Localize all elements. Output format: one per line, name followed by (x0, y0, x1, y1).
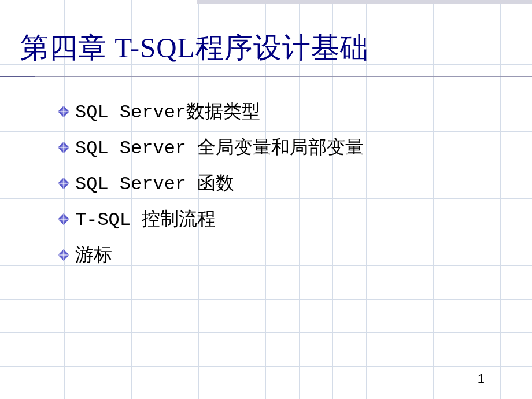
bullet-text: T-SQL 控制流程 (75, 206, 216, 232)
bullet-text: SQL Server数据类型 (75, 99, 260, 124)
diamond-bullet-icon (58, 142, 69, 153)
bullet-text: SQL Server 全局变量和局部变量 (75, 135, 364, 160)
page-number: 1 (478, 371, 485, 386)
bullet-text: 游标 (75, 242, 112, 268)
title-container: 第四章 T-SQL程序设计基础 (20, 29, 512, 67)
slide-content: 第四章 T-SQL程序设计基础 SQL Server数据类型 (0, 0, 532, 399)
bullet-item: 游标 (58, 242, 512, 268)
title-underline-highlight (0, 76, 35, 77)
bullet-list: SQL Server数据类型 SQL Server 全局变量和局部变量 (58, 99, 512, 268)
title-underline (0, 76, 532, 77)
diamond-bullet-icon (58, 178, 69, 189)
diamond-bullet-icon (58, 106, 69, 117)
bullet-item: SQL Server 函数 (58, 171, 512, 196)
diamond-bullet-icon (58, 213, 69, 225)
bullet-item: T-SQL 控制流程 (58, 206, 512, 232)
slide-title: 第四章 T-SQL程序设计基础 (20, 29, 512, 67)
bullet-item: SQL Server 全局变量和局部变量 (58, 135, 512, 160)
diamond-bullet-icon (58, 249, 69, 261)
bullet-item: SQL Server数据类型 (58, 99, 512, 124)
top-accent-bar (197, 0, 532, 4)
bullet-text: SQL Server 函数 (75, 171, 234, 196)
